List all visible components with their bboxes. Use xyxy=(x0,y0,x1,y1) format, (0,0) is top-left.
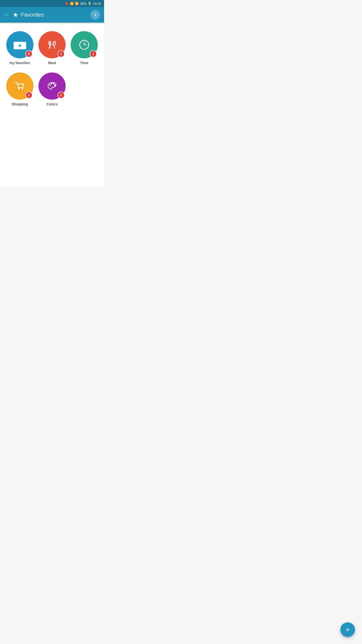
category-item-shopping[interactable]: 2 Shopping xyxy=(5,72,35,106)
download-button[interactable]: ⇓ xyxy=(90,10,100,20)
svg-point-15 xyxy=(53,83,54,84)
app-bar-left: ← ★ Favorites xyxy=(4,11,43,19)
svg-point-16 xyxy=(54,85,56,86)
svg-point-14 xyxy=(51,83,52,84)
app-bar: ← ★ Favorites ⇓ xyxy=(0,7,104,23)
palette-icon xyxy=(46,80,58,92)
main-content: 9 my favorites xyxy=(0,24,104,186)
app-bar-title: ★ Favorites xyxy=(13,11,43,19)
badge-colors: 1 xyxy=(58,92,65,99)
category-item-my-favorites[interactable]: 9 my favorites xyxy=(5,31,35,65)
label-meal: Meal xyxy=(48,61,56,65)
battery-text: 36% xyxy=(80,2,86,6)
label-time: Time xyxy=(80,61,88,65)
back-button[interactable]: ← xyxy=(4,12,10,18)
battery-icon: 🔋 xyxy=(88,2,92,5)
status-icons: 🔇 📶 📶 36% 🔋 19:28 xyxy=(65,2,101,6)
circle-wrapper-time: 1 xyxy=(71,31,98,58)
badge-shopping: 2 xyxy=(25,92,32,99)
label-shopping: Shopping xyxy=(12,102,28,106)
svg-point-12 xyxy=(22,88,23,90)
page-title: Favorites xyxy=(21,12,43,18)
circle-wrapper-colors: 1 xyxy=(38,72,66,100)
cart-icon xyxy=(14,80,26,92)
svg-point-11 xyxy=(18,88,20,90)
status-bar: 🔇 📶 📶 36% 🔋 19:28 xyxy=(0,0,104,7)
category-item-colors[interactable]: 1 Colors xyxy=(37,72,67,106)
star-icon: ★ xyxy=(13,11,18,19)
signal-icon: 📶 xyxy=(75,2,79,5)
svg-point-13 xyxy=(49,84,51,86)
badge-my-favorites: 9 xyxy=(25,50,32,57)
label-my-favorites: my favorites xyxy=(10,61,30,65)
circle-wrapper-meal: 3 xyxy=(38,31,66,58)
category-item-time[interactable]: 1 Time xyxy=(69,31,99,65)
meal-icon xyxy=(46,39,58,51)
category-item-empty xyxy=(69,72,99,106)
mute-icon: 🔇 xyxy=(65,2,69,5)
category-item-meal[interactable]: 3 Meal xyxy=(37,31,67,65)
circle-wrapper-shopping: 2 xyxy=(6,72,33,100)
circle-wrapper-my-favorites: 9 xyxy=(6,31,33,58)
badge-meal: 3 xyxy=(58,50,65,57)
wifi-icon: 📶 xyxy=(70,2,74,5)
time-text: 19:28 xyxy=(93,2,101,6)
category-grid-row1: 9 my favorites xyxy=(5,31,99,65)
folder-star-icon xyxy=(13,39,27,50)
download-icon: ⇓ xyxy=(94,12,97,18)
label-colors: Colors xyxy=(47,102,58,106)
category-grid-row2: 2 Shopping 1 Colors xyxy=(5,72,99,106)
badge-time: 1 xyxy=(90,50,97,57)
clock-icon xyxy=(78,39,90,51)
